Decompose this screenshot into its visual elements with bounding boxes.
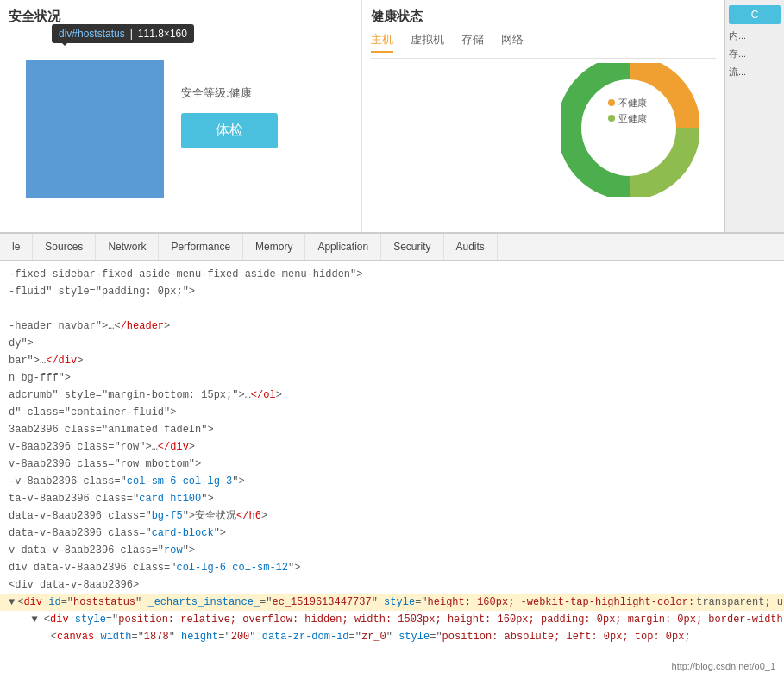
top-section: 安全状况 div#hoststatus | 111.8×160 安全等级:健康 … [0,0,784,233]
code-line-2: -fluid" style="padding: 0px;"> [0,283,784,300]
tab-network[interactable]: Network [96,234,159,260]
devtools-tabs-bar: le Sources Network Performance Memory Ap… [0,233,784,261]
sidebar-text-1: 内... [729,29,781,42]
code-line-17: v data-v-8aab2396 class="row"> [0,542,784,559]
code-line-19: <div data-v-8aab2396> [0,576,784,594]
code-line-6: bar">…</div> [0,352,784,369]
code-line-9: d" class="container-fluid"> [0,404,784,421]
health-chart: 不健康 亚健康 [371,67,716,197]
code-panel-wrapper: -fixed sidebar-fixed aside-menu-fixed as… [0,261,784,673]
tab-performance[interactable]: Performance [159,234,243,260]
element-tooltip: div#hoststatus | 111.8×160 [52,24,194,43]
tab-le[interactable]: le [0,234,33,260]
tab-security[interactable]: Security [381,234,443,260]
tab-application[interactable]: Application [305,234,381,260]
code-line-15: data-v-8aab2396 class="bg-f5">安全状况</h6> [0,507,784,525]
check-button[interactable]: 体检 [181,113,278,148]
code-line-3 [0,300,784,318]
code-line-22: <canvas width="1878" height="200" data-z… [0,628,784,645]
code-panel: -fixed sidebar-fixed aside-menu-fixed as… [0,261,784,673]
code-line-10: 3aab2396 class="animated fadeIn"> [0,421,784,438]
health-panel: 健康状态 主机 虚拟机 存储 网络 不健康 亚健康 [362,0,724,232]
health-tabs: 主机 虚拟机 存储 网络 [371,32,716,59]
code-line-18: div data-v-8aab2396 class="col-lg-6 col-… [0,559,784,576]
right-sidebar-hint: C 内... 存... 流... [724,0,784,232]
tooltip-size: 111.8×160 [138,28,187,40]
code-line-20-highlighted: ▼ <div id="hoststatus" _echarts_instance… [0,594,784,611]
tooltip-separator: | [130,28,133,40]
code-line-5: dy"> [0,335,784,352]
security-chart [26,60,164,198]
tab-host[interactable]: 主机 [371,32,393,53]
code-line-21: ▼ <div style="position: relative; overfl… [0,611,784,628]
code-line-8: adcrumb" style="margin-bottom: 15px;">…<… [0,387,784,404]
code-line-14: ta-v-8aab2396 class="card ht100"> [0,490,784,507]
code-line-13: -v-8aab2396 class="col-sm-6 col-lg-3"> [0,473,784,490]
sidebar-btn[interactable]: C [729,5,781,24]
sidebar-text-2: 存... [729,47,781,60]
health-panel-title: 健康状态 [371,9,716,25]
tab-memory[interactable]: Memory [243,234,305,260]
code-line-1: -fixed sidebar-fixed aside-menu-fixed as… [0,266,784,283]
tab-network[interactable]: 网络 [501,32,524,53]
code-line-11: v-8aab2396 class="row">…</div> [0,438,784,456]
code-line-7: n bg-fff"> [0,369,784,387]
tooltip-id: div#hoststatus [59,28,125,40]
bottom-link[interactable]: http://blog.csdn.net/o0_1 [672,661,775,671]
security-panel: 安全状况 div#hoststatus | 111.8×160 安全等级:健康 … [0,0,362,232]
tab-vm[interactable]: 虚拟机 [411,32,444,53]
tab-sources[interactable]: Sources [33,234,96,260]
tab-storage[interactable]: 存储 [461,32,484,53]
sidebar-text-3: 流... [729,66,781,79]
security-panel-title: 安全状况 [9,9,353,25]
panel-info: 安全等级:健康 体检 [181,85,278,148]
code-line-12: v-8aab2396 class="row mbottom"> [0,456,784,473]
code-line-16: data-v-8aab2396 class="card-block"> [0,525,784,542]
security-level-text: 安全等级:健康 [181,85,278,101]
code-line-header: -header navbar">…</header> [0,318,784,335]
tab-audits[interactable]: Audits [444,234,498,260]
donut-chart-svg [561,63,699,197]
